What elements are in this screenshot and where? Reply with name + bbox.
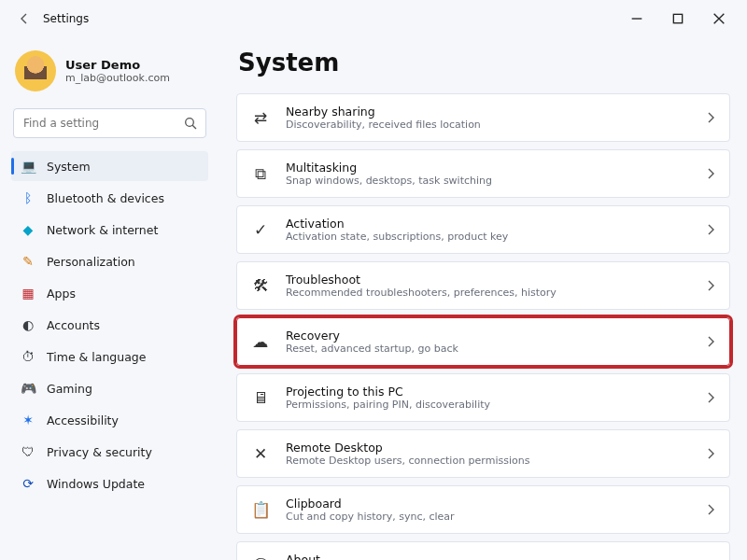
multitasking-icon: ⧉: [250, 163, 271, 184]
window-controls: [616, 5, 740, 33]
avatar: [15, 50, 56, 91]
nav-item-label: System: [47, 160, 91, 174]
nav-item-network-internet[interactable]: ◆Network & internet: [11, 215, 208, 245]
nav-item-label: Bluetooth & devices: [47, 191, 164, 205]
setting-title: Remote Desktop: [286, 441, 529, 455]
setting-activation[interactable]: ✓ActivationActivation state, subscriptio…: [236, 205, 730, 254]
page-title: System: [238, 49, 730, 77]
window-title: Settings: [43, 12, 89, 25]
nav-item-label: Apps: [47, 287, 76, 301]
nav-item-bluetooth-devices[interactable]: ᛒBluetooth & devices: [11, 183, 208, 213]
accessibility-icon: ✶: [21, 413, 35, 427]
titlebar: Settings: [0, 0, 747, 37]
nav-item-apps[interactable]: ▦Apps: [11, 278, 208, 308]
user-name: User Demo: [65, 58, 170, 72]
setting-recovery[interactable]: ☁RecoveryReset, advanced startup, go bac…: [236, 317, 730, 366]
setting-subtitle: Remote Desktop users, connection permiss…: [286, 455, 529, 467]
nav-item-windows-update[interactable]: ⟳Windows Update: [11, 469, 208, 498]
chevron-right-icon: [703, 222, 718, 237]
windows-update-icon: ⟳: [21, 476, 35, 491]
setting-title: Projecting to this PC: [286, 385, 490, 399]
back-icon[interactable]: [13, 7, 35, 30]
maximize-button[interactable]: [657, 5, 698, 33]
setting-title: Nearby sharing: [286, 105, 481, 119]
time-language-icon: ⏱: [21, 349, 35, 364]
search-input[interactable]: [13, 108, 206, 138]
nav-item-time-language[interactable]: ⏱Time & language: [11, 342, 208, 371]
svg-point-1: [186, 119, 194, 127]
personalization-icon: ✎: [21, 254, 35, 269]
clipboard-icon: 📋: [250, 499, 271, 520]
chevron-right-icon: [703, 446, 718, 461]
nav-item-label: Gaming: [47, 382, 92, 396]
setting-title: Recovery: [286, 329, 458, 343]
about-icon: ⓘ: [250, 555, 271, 560]
setting-troubleshoot[interactable]: 🛠TroubleshootRecommended troubleshooters…: [236, 261, 730, 310]
main: System ⇄Nearby sharingDiscoverability, r…: [219, 37, 747, 560]
nav: 💻SystemᛒBluetooth & devices◆Network & in…: [11, 151, 208, 498]
nav-item-personalization[interactable]: ✎Personalization: [11, 246, 208, 276]
setting-title: Activation: [286, 217, 508, 231]
chevron-right-icon: [703, 278, 718, 293]
bluetooth-devices-icon: ᛒ: [21, 190, 35, 205]
chevron-right-icon: [703, 502, 718, 517]
privacy-security-icon: 🛡: [21, 444, 35, 459]
setting-subtitle: Reset, advanced startup, go back: [286, 343, 458, 355]
nav-item-system[interactable]: 💻System: [11, 151, 208, 181]
profile[interactable]: User Demo m_lab@outlook.com: [11, 45, 208, 108]
activation-icon: ✓: [250, 219, 271, 240]
close-button[interactable]: [698, 5, 740, 33]
apps-icon: ▦: [21, 286, 35, 301]
troubleshoot-icon: 🛠: [250, 275, 271, 296]
nav-item-label: Network & internet: [47, 223, 158, 237]
chevron-right-icon: [703, 110, 718, 125]
setting-nearby-sharing[interactable]: ⇄Nearby sharingDiscoverability, received…: [236, 93, 730, 142]
gaming-icon: 🎮: [21, 381, 35, 396]
remote-desktop-icon: ✕: [250, 443, 271, 464]
setting-subtitle: Cut and copy history, sync, clear: [286, 511, 455, 523]
nav-item-accounts[interactable]: ◐Accounts: [11, 310, 208, 340]
nav-item-privacy-security[interactable]: 🛡Privacy & security: [11, 437, 208, 467]
projecting-to-this-pc-icon: 🖥: [250, 387, 271, 408]
nav-item-label: Accounts: [47, 318, 100, 332]
chevron-right-icon: [703, 390, 718, 405]
settings-list: ⇄Nearby sharingDiscoverability, received…: [236, 93, 730, 560]
setting-title: Troubleshoot: [286, 273, 557, 287]
setting-remote-desktop[interactable]: ✕Remote DesktopRemote Desktop users, con…: [236, 429, 730, 478]
nav-item-label: Accessibility: [47, 413, 119, 427]
nearby-sharing-icon: ⇄: [250, 107, 271, 128]
nav-item-accessibility[interactable]: ✶Accessibility: [11, 405, 208, 435]
setting-subtitle: Recommended troubleshooters, preferences…: [286, 287, 557, 299]
setting-title: About: [286, 553, 583, 560]
chevron-right-icon: [703, 166, 718, 181]
network-internet-icon: ◆: [21, 222, 35, 237]
nav-item-label: Time & language: [47, 350, 146, 364]
setting-title: Multitasking: [286, 161, 492, 175]
search-icon: [183, 116, 198, 131]
nav-item-label: Windows Update: [47, 477, 145, 491]
accounts-icon: ◐: [21, 317, 35, 332]
svg-rect-0: [673, 14, 682, 22]
setting-subtitle: Discoverability, received files location: [286, 119, 481, 131]
setting-title: Clipboard: [286, 497, 455, 511]
nav-item-gaming[interactable]: 🎮Gaming: [11, 373, 208, 403]
nav-item-label: Personalization: [47, 255, 135, 269]
system-icon: 💻: [21, 159, 35, 174]
sidebar: User Demo m_lab@outlook.com 💻SystemᛒBlue…: [0, 37, 219, 560]
setting-clipboard[interactable]: 📋ClipboardCut and copy history, sync, cl…: [236, 485, 730, 534]
minimize-button[interactable]: [616, 5, 657, 33]
chevron-right-icon: [703, 334, 718, 349]
setting-projecting-to-this-pc[interactable]: 🖥Projecting to this PCPermissions, pairi…: [236, 373, 730, 422]
recovery-icon: ☁: [250, 331, 271, 352]
setting-subtitle: Activation state, subscriptions, product…: [286, 231, 508, 243]
setting-subtitle: Snap windows, desktops, task switching: [286, 175, 492, 187]
nav-item-label: Privacy & security: [47, 445, 152, 459]
setting-subtitle: Permissions, pairing PIN, discoverabilit…: [286, 399, 490, 411]
user-email: m_lab@outlook.com: [65, 72, 170, 84]
setting-about[interactable]: ⓘAboutDevice specifications, rename PC, …: [236, 541, 730, 560]
setting-multitasking[interactable]: ⧉MultitaskingSnap windows, desktops, tas…: [236, 149, 730, 198]
search: [13, 108, 206, 138]
